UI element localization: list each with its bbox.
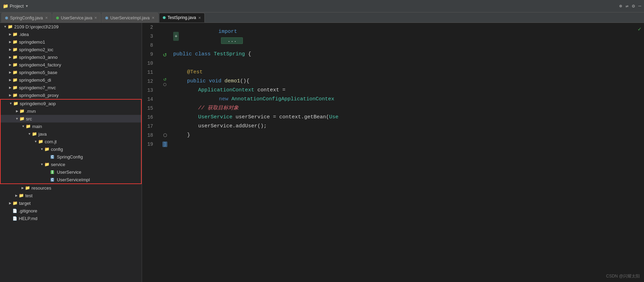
- springdemo6-icon: 📁: [12, 78, 18, 82]
- code-content: 2 3 8 9 10 11 12 13 14 15 16 17 18 19: [142, 23, 644, 282]
- ln-18: 18: [142, 131, 156, 140]
- code-line-12: public void demo1 (){: [170, 77, 644, 86]
- tree-root[interactable]: ▼ 📁 2109 D:\project3\2109: [0, 23, 142, 30]
- resources-label: resources: [32, 185, 51, 191]
- main-area: ▼ 📁 2109 D:\project3\2109 ▶ 📁 .idea ▶ 📁 …: [0, 23, 644, 282]
- idea-arrow: ▶: [8, 33, 12, 36]
- target-label: target: [19, 201, 30, 206]
- tree-item-SpringConfig[interactable]: C SpringConfig: [1, 153, 141, 161]
- springdemo8-icon: 📁: [12, 93, 18, 98]
- springdemo9-label: springdemo9_aop: [20, 101, 56, 106]
- tree-item-springdemo6[interactable]: ▶ 📁 springdemo6_di: [0, 76, 142, 84]
- tree-item-java[interactable]: ▼ 📁 java: [1, 130, 141, 138]
- ln-14: 14: [142, 95, 156, 104]
- gutter-8: [159, 41, 170, 50]
- tree-item-src[interactable]: ▼ 📁 src: [1, 115, 141, 122]
- line-numbers: 2 3 8 9 10 11 12 13 14 15 16 17 18 19: [142, 23, 159, 282]
- tab-SpringConfig[interactable]: SpringConfig.java ✕: [1, 13, 52, 22]
- helpmd-label: HELP.md: [19, 216, 37, 221]
- tree-item-test[interactable]: ▶ 📁 test: [0, 192, 142, 199]
- idea-label: .idea: [19, 32, 29, 37]
- tree-item-UserService[interactable]: I UserService: [1, 168, 141, 176]
- expand-icon-3[interactable]: +: [173, 32, 179, 41]
- project-title[interactable]: 📁 Project ▼: [3, 3, 28, 9]
- tab-icon-SpringConfig: [5, 17, 8, 19]
- gutter: ↺ ↺ ⬡ ⬡ ]: [159, 23, 170, 282]
- tree-item-springdemo1[interactable]: ▶ 📁 springdemo1: [0, 38, 142, 46]
- tree-item-springdemo5[interactable]: ▶ 📁 springdemo5_base: [0, 69, 142, 76]
- ln-19: 19: [142, 140, 156, 149]
- gutter-10: [159, 59, 170, 68]
- tree-item-springdemo2[interactable]: ▶ 📁 springdemo2_ioc: [0, 46, 142, 53]
- tree-item-springdemo4[interactable]: ▶ 📁 springdemo4_factory: [0, 61, 142, 69]
- minimize-icon[interactable]: —: [638, 3, 641, 9]
- tree-item-springdemo8[interactable]: ▶ 📁 springdemo8_proxy: [0, 91, 142, 99]
- tab-TestSpring[interactable]: TestSpring.java ✕: [159, 13, 205, 22]
- tree-item-springdemo3[interactable]: ▶ 📁 springdemo3_anno: [0, 53, 142, 61]
- tab-close-TestSpring[interactable]: ✕: [198, 16, 201, 20]
- tab-label-SpringConfig: SpringConfig.java: [10, 16, 43, 20]
- main-arrow: ▼: [21, 125, 26, 128]
- tree-item-resources[interactable]: ▶ 📁 resources: [0, 184, 142, 192]
- springdemo6-arrow: ▶: [8, 78, 12, 82]
- tree-item-helpmd[interactable]: 📄 HELP.md: [0, 215, 142, 222]
- gutter-11: [159, 68, 170, 77]
- tab-UserService[interactable]: UserService.java ✕: [52, 13, 101, 22]
- tree-item-idea[interactable]: ▶ 📁 .idea: [0, 30, 142, 38]
- code-line-15: // 获取目标对象: [170, 104, 644, 113]
- userserviceimpl-label: UserServiceImpl: [57, 177, 90, 182]
- resources-icon: 📁: [25, 185, 30, 190]
- tab-UserServiceImpl[interactable]: UserServiceImpl.java ✕: [102, 13, 158, 22]
- tab-close-UserService[interactable]: ✕: [94, 16, 97, 20]
- project-label: Project: [10, 3, 24, 9]
- tree-item-springdemo9[interactable]: ▼ 📁 springdemo9_aop: [1, 100, 141, 107]
- userservice-label: UserService: [57, 170, 81, 175]
- tab-close-SpringConfig[interactable]: ✕: [45, 16, 48, 20]
- top-bar: 📁 Project ▼ ⊕ ⇌ ⚙ —: [0, 0, 644, 12]
- root-arrow: ▼: [3, 25, 8, 28]
- code-line-17: userService.addUser();: [170, 122, 644, 131]
- tree-item-service[interactable]: ▼ 📁 service: [1, 161, 141, 168]
- tab-icon-TestSpring: [163, 16, 166, 19]
- gutter-2: [159, 23, 170, 32]
- gutter-9[interactable]: ↺: [159, 50, 170, 59]
- java-icon: 📁: [32, 131, 37, 136]
- springdemo7-label: springdemo7_mvc: [19, 85, 56, 90]
- code-editor[interactable]: 2 3 8 9 10 11 12 13 14 15 16 17 18 19: [142, 23, 644, 282]
- springdemo5-label: springdemo5_base: [19, 70, 58, 75]
- gutter-16: [159, 113, 170, 122]
- service-label: service: [51, 162, 65, 167]
- userservice-interface-icon: I: [51, 170, 54, 174]
- tab-close-UserServiceImpl[interactable]: ✕: [152, 16, 155, 20]
- tree-item-comjt[interactable]: ▼ 📁 com.jt: [1, 138, 141, 145]
- springdemo4-label: springdemo4_factory: [19, 62, 61, 67]
- tree-item-UserServiceImpl[interactable]: C UserServiceImpl: [1, 176, 141, 183]
- mvn-label: .mvn: [26, 109, 36, 114]
- userserviceimpl-class-icon: C: [51, 178, 54, 182]
- springdemo4-arrow: ▶: [8, 63, 12, 66]
- tab-label-UserServiceImpl: UserServiceImpl.java: [110, 16, 149, 20]
- sync-icon[interactable]: ⇌: [626, 3, 628, 9]
- code-line-11: @Test: [170, 68, 644, 77]
- ln-13: 13: [142, 86, 156, 95]
- tree-item-target[interactable]: ▶ 📁 target: [0, 199, 142, 207]
- gutter-12[interactable]: ↺ ⬡: [159, 77, 170, 86]
- sidebar[interactable]: ▼ 📁 2109 D:\project3\2109 ▶ 📁 .idea ▶ 📁 …: [0, 23, 142, 282]
- tree-item-springdemo7[interactable]: ▶ 📁 springdemo7_mvc: [0, 84, 142, 91]
- project-chevron[interactable]: ▼: [25, 4, 28, 8]
- config-icon: 📁: [44, 147, 50, 152]
- tab-label-TestSpring: TestSpring.java: [168, 15, 196, 20]
- tree-item-gitignore[interactable]: 📄 .gitignore: [0, 207, 142, 215]
- gutter-3: [159, 32, 170, 41]
- src-arrow: ▼: [15, 117, 19, 120]
- ln-12: 12: [142, 77, 156, 86]
- top-bar-icons: ⊕ ⇌ ⚙ —: [619, 3, 641, 9]
- tree-item-config[interactable]: ▼ 📁 config: [1, 145, 141, 153]
- tree-item-mvn[interactable]: ▶ 📁 .mvn: [1, 107, 141, 115]
- test-arrow: ▶: [14, 194, 19, 197]
- tree-item-main[interactable]: ▼ 📁 main: [1, 122, 141, 130]
- settings-icon[interactable]: ⚙: [632, 3, 635, 9]
- tabs-bar: SpringConfig.java ✕ UserService.java ✕ U…: [0, 12, 644, 23]
- add-icon[interactable]: ⊕: [619, 3, 622, 9]
- code-line-14: new AnnotationConfigApplicationContex: [170, 95, 644, 104]
